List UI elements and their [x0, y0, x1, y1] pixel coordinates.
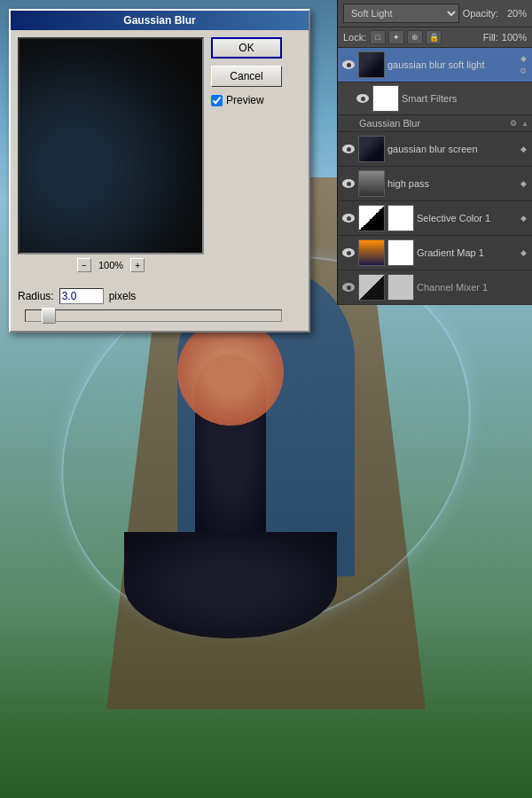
visibility-toggle-4[interactable] — [341, 246, 356, 260]
lock-position-button[interactable]: ✦ — [388, 30, 404, 44]
zoom-out-button[interactable]: − — [77, 258, 91, 272]
smart-filters-label: Smart Filters — [402, 93, 528, 104]
layer-mask-3 — [387, 205, 414, 231]
layers-header: Soft Light Opacity: 20% — [338, 0, 532, 27]
gaussian-blur-filter-label: Gaussian Blur — [359, 118, 505, 129]
layer-info-2: high pass — [387, 178, 515, 189]
dialog-controls: OK Cancel Preview — [211, 37, 301, 276]
layer-options-icon-0[interactable]: ⚙ — [518, 66, 528, 76]
layer-right-icons-4: ◆ — [518, 247, 528, 258]
visibility-toggle-3[interactable] — [341, 211, 356, 225]
layer-mask-4 — [387, 239, 414, 266]
zoom-percent: 100% — [98, 260, 123, 270]
radius-slider-track — [25, 309, 282, 322]
smart-filters-row: Smart Filters — [338, 82, 532, 115]
layer-mask-5 — [387, 274, 414, 301]
layer-thumbnail-5 — [358, 274, 385, 301]
cancel-button[interactable]: Cancel — [211, 66, 282, 87]
preview-label: Preview — [226, 94, 264, 106]
filter-settings-icon[interactable]: ⚙ — [508, 118, 519, 129]
dialog-body: − 100% + OK Cancel Preview — [11, 30, 309, 283]
layer-name-0: gaussian blur soft light — [387, 59, 515, 70]
layer-name-4: Gradient Map 1 — [417, 247, 515, 258]
opacity-label: Opacity: — [463, 8, 498, 19]
layer-name-5: Channel Mixer 1 — [417, 282, 528, 293]
layer-item-gradient-map[interactable]: Gradient Map 1 ◆ — [338, 236, 532, 270]
layer-thumbnail-2 — [358, 170, 385, 197]
layer-thumbnail-4 — [358, 239, 385, 266]
eye-icon-smart-filters — [356, 94, 369, 103]
dialog-footer: Radius: pixels — [11, 283, 309, 331]
layer-info-5: Channel Mixer 1 — [417, 282, 528, 293]
layer-item-high-pass[interactable]: high pass ◆ — [338, 167, 532, 201]
blend-mode-select[interactable]: Soft Light — [343, 4, 459, 23]
radius-row: Radius: pixels — [18, 288, 301, 304]
figure-dress — [124, 532, 337, 638]
layers-panel: Soft Light Opacity: 20% Lock: □ ✦ ⊕ 🔒 Fi… — [337, 0, 532, 305]
layer-name-3: Selective Color 1 — [417, 213, 515, 223]
layer-right-icons-3: ◆ — [518, 213, 528, 223]
eye-icon-0 — [342, 60, 355, 69]
layer-fx-icon-0: ◆ — [518, 53, 528, 64]
opacity-value: 20% — [500, 8, 527, 19]
layer-item-gaussian-blur-soft-light[interactable]: gaussian blur soft light ◆ ⚙ — [338, 48, 532, 82]
lock-all-button[interactable]: 🔒 — [426, 30, 442, 44]
eye-icon-2 — [342, 179, 355, 188]
layer-name-2: high pass — [387, 178, 515, 189]
figure — [195, 355, 337, 638]
dialog-preview — [18, 37, 204, 254]
layer-name-1: gaussian blur screen — [387, 144, 515, 154]
dialog-title: Gaussian Blur — [11, 11, 309, 30]
layer-item-gaussian-blur-screen[interactable]: gaussian blur screen ◆ — [338, 132, 532, 167]
layer-info-3: Selective Color 1 — [417, 213, 515, 223]
fill-row: Fill: 100% — [483, 32, 527, 43]
preview-checkbox[interactable] — [211, 95, 223, 106]
lock-label: Lock: — [343, 32, 366, 43]
visibility-toggle-0[interactable] — [341, 58, 356, 72]
layer-right-icons-1: ◆ — [518, 144, 528, 154]
ok-button[interactable]: OK — [211, 37, 282, 59]
figure-body — [195, 355, 266, 532]
visibility-toggle-1[interactable] — [341, 142, 356, 156]
opacity-container: Opacity: 20% — [463, 8, 527, 19]
preview-image — [20, 39, 202, 253]
fill-label: Fill: — [483, 32, 498, 43]
layer-item-selective-color[interactable]: Selective Color 1 ◆ — [338, 201, 532, 236]
layer-item-channel-mixer[interactable]: Channel Mixer 1 — [338, 270, 532, 305]
lock-move-button[interactable]: ⊕ — [407, 30, 423, 44]
layer-right-icons-2: ◆ — [518, 178, 528, 189]
layer-fx-icon-1: ◆ — [518, 144, 528, 154]
lock-pixels-button[interactable]: □ — [370, 30, 386, 44]
layer-thumbnail-1 — [358, 136, 385, 162]
radius-label: Radius: — [18, 290, 54, 302]
layer-fx-icon-4: ◆ — [518, 247, 528, 258]
figure-hair — [177, 319, 284, 426]
preview-nav: − 100% + — [18, 254, 204, 276]
layer-thumbnail-0 — [358, 51, 385, 78]
eye-icon-5 — [342, 283, 355, 292]
layer-right-icons-0: ◆ ⚙ — [518, 53, 528, 76]
eye-icon-4 — [342, 248, 355, 257]
visibility-toggle-5[interactable] — [341, 280, 356, 294]
visibility-smart-filters[interactable] — [356, 91, 370, 106]
gaussian-blur-filter-row: Gaussian Blur ⚙ ▲ — [338, 115, 532, 132]
radius-input[interactable] — [59, 288, 104, 304]
lock-icons: □ ✦ ⊕ 🔒 — [370, 30, 479, 44]
gaussian-blur-dialog: Gaussian Blur − 100% + OK Cancel Preview… — [9, 9, 310, 332]
layer-info-0: gaussian blur soft light — [387, 59, 515, 70]
preview-checkbox-row: Preview — [211, 94, 301, 106]
visibility-toggle-2[interactable] — [341, 176, 356, 191]
fill-value: 100% — [502, 32, 527, 43]
layer-info-1: gaussian blur screen — [387, 144, 515, 154]
eye-icon-3 — [342, 214, 355, 223]
lock-row: Lock: □ ✦ ⊕ 🔒 Fill: 100% — [338, 27, 532, 48]
radius-slider-thumb[interactable] — [42, 308, 56, 324]
smart-filter-mask — [372, 85, 399, 112]
layer-info-4: Gradient Map 1 — [417, 247, 515, 258]
layer-fx-icon-2: ◆ — [518, 178, 528, 189]
layer-thumbnail-3 — [358, 205, 385, 231]
pixels-label: pixels — [109, 290, 137, 302]
eye-icon-1 — [342, 145, 355, 153]
zoom-in-button[interactable]: + — [130, 258, 145, 272]
filter-arrow-icon: ▲ — [521, 120, 528, 128]
